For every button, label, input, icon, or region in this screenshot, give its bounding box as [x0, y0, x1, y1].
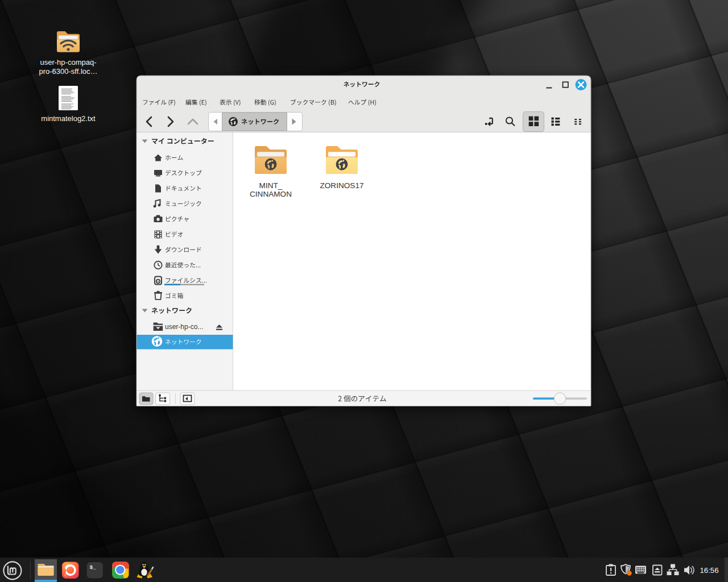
svg-text:user-hp-compaq-: user-hp-compaq- — [40, 58, 97, 66]
svg-text:pro-6300-sff.loc…: pro-6300-sff.loc… — [39, 67, 97, 76]
svg-text:CINNAMON: CINNAMON — [250, 190, 292, 198]
svg-text:$_: $_ — [90, 564, 97, 571]
svg-text:16:56: 16:56 — [700, 566, 718, 575]
svg-text:mintmatelog2.txt: mintmatelog2.txt — [41, 114, 96, 123]
svg-text:MINT_: MINT_ — [259, 181, 283, 190]
svg-text:ZORINOS17: ZORINOS17 — [320, 181, 363, 190]
svg-text:user-hp-co...: user-hp-co... — [165, 323, 203, 331]
